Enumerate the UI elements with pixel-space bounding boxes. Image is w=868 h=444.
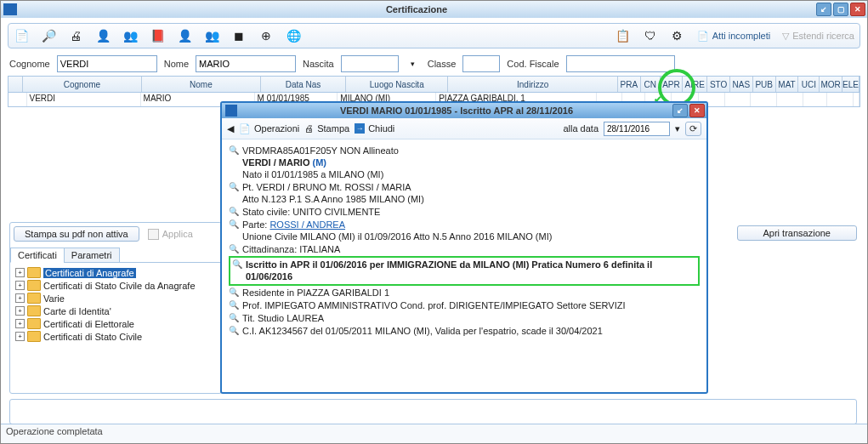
- operazioni-button[interactable]: 📄Operazioni: [239, 123, 299, 134]
- chiudi-button[interactable]: →Chiudi: [355, 123, 394, 134]
- user-1-icon[interactable]: 👤: [95, 28, 111, 43]
- stampa-button[interactable]: 🖨Stampa: [304, 123, 349, 134]
- estendi-ricerca-button[interactable]: ▽Estendi ricerca: [782, 31, 854, 42]
- label-nascita: Nascita: [303, 59, 334, 69]
- right-button-area: Apri transazione: [737, 225, 858, 241]
- atti-incompleti-button[interactable]: 📄Atti incompleti: [697, 31, 770, 42]
- main-toolbar: 📄 🔎 🖨 👤 👥 📕 👤 👥 ◼ ⊕ 🌐 📋 🛡 ⚙ 📄Atti incomp…: [8, 23, 860, 48]
- tree-item[interactable]: +Carte di Identita': [15, 305, 216, 317]
- label-nome: Nome: [164, 59, 189, 69]
- tree: +Certificati di Anagrafe +Certificati di…: [10, 263, 221, 346]
- user-3-icon[interactable]: 👤: [177, 28, 192, 43]
- input-codfisc[interactable]: [566, 55, 675, 72]
- tree-item[interactable]: +Varie: [15, 292, 216, 305]
- new-doc-icon[interactable]: 📄: [14, 28, 29, 43]
- magnifier-icon[interactable]: 🔍: [229, 325, 239, 337]
- user-4-icon[interactable]: 👥: [204, 28, 219, 43]
- modal-minimize-icon[interactable]: ↙: [672, 104, 688, 117]
- user-2-icon[interactable]: 👥: [122, 28, 138, 43]
- magnifier-icon[interactable]: 🔍: [229, 287, 239, 299]
- highlight-box: 🔍Iscritto in APR il 01/06/2016 per IMMIG…: [229, 256, 700, 286]
- shield-icon[interactable]: 🛡: [643, 28, 658, 43]
- input-nascita[interactable]: [341, 55, 399, 72]
- window-title: Certificazione: [17, 4, 816, 14]
- alla-data-label: alla data: [563, 123, 599, 134]
- detail-body: 🔍VRDMRA85A01F205Y NON AllineatoVERDI / M…: [222, 139, 706, 343]
- close-icon[interactable]: ✕: [850, 3, 865, 16]
- magnifier-icon[interactable]: 🔍: [229, 145, 239, 157]
- red-doc-icon[interactable]: 📕: [150, 28, 165, 43]
- magnifier-icon[interactable]: 🔍: [229, 219, 239, 231]
- alla-data-input[interactable]: [604, 122, 670, 136]
- minimize-icon[interactable]: ↙: [816, 3, 831, 16]
- blue-square-icon[interactable]: ◼: [231, 28, 247, 43]
- back-icon[interactable]: ◀: [227, 123, 234, 134]
- input-cognome[interactable]: [57, 55, 157, 72]
- tree-item[interactable]: +Certificati di Stato Civile da Anagrafe: [15, 279, 216, 292]
- refresh-icon[interactable]: ⟳: [685, 122, 701, 136]
- applica-checkbox[interactable]: Applica: [148, 229, 193, 240]
- tree-item[interactable]: +Certificati di Anagrafe: [15, 266, 216, 279]
- modal-app-icon: [225, 105, 237, 117]
- parte-link[interactable]: ROSSI / ANDREA: [269, 219, 345, 230]
- filter-row: Cognome Nome Nascita ▾ Classe Cod. Fisca…: [9, 55, 859, 72]
- plus-icon[interactable]: ⊕: [258, 28, 274, 43]
- apri-transazione-button[interactable]: Apri transazione: [737, 225, 858, 241]
- magnifier-icon[interactable]: 🔍: [229, 299, 239, 311]
- bottom-panel: [9, 399, 857, 424]
- magnifier-icon[interactable]: 🔍: [229, 181, 239, 193]
- date-dropdown-icon[interactable]: ▾: [406, 56, 421, 71]
- magnifier-icon[interactable]: 🔍: [232, 259, 242, 270]
- left-panel: Stampa su pdf non attiva Applica Certifi…: [9, 222, 222, 394]
- label-classe: Classe: [428, 59, 457, 69]
- tree-item[interactable]: +Certificati di Stato Civile: [15, 330, 216, 343]
- tab-certificati[interactable]: Certificati: [10, 248, 65, 263]
- sheet-icon[interactable]: 📋: [616, 28, 631, 43]
- magnifier-icon[interactable]: 🔍: [229, 312, 239, 324]
- tree-item[interactable]: +Certificati di Elettorale: [15, 317, 216, 330]
- app-icon: [3, 3, 17, 15]
- label-codfisc: Cod. Fiscale: [507, 59, 559, 69]
- binoculars-icon[interactable]: 🔎: [41, 28, 56, 43]
- stampa-pdf-button[interactable]: Stampa su pdf non attiva: [14, 226, 139, 242]
- label-cognome: Cognome: [9, 59, 50, 69]
- date-picker-icon[interactable]: ▾: [675, 123, 680, 134]
- window-titlebar: Certificazione ↙ ▢ ✕: [1, 1, 867, 18]
- modal-toolbar: ◀ 📄Operazioni 🖨Stampa →Chiudi alla data …: [222, 118, 706, 139]
- maximize-icon[interactable]: ▢: [833, 3, 848, 16]
- print-icon[interactable]: 🖨: [68, 28, 83, 43]
- input-classe[interactable]: [462, 55, 500, 72]
- grid-header: Cognome Nome Data Nas Luogo Nascita Indi…: [8, 76, 860, 93]
- modal-title: VERDI MARIO 01/01/1985 - Iscritto APR al…: [241, 105, 672, 116]
- globe-icon[interactable]: 🌐: [286, 28, 301, 43]
- gear-icon[interactable]: ⚙: [670, 28, 685, 43]
- modal-close-icon[interactable]: ✕: [689, 104, 705, 117]
- input-nome[interactable]: [196, 55, 296, 72]
- magnifier-icon[interactable]: 🔍: [229, 243, 239, 255]
- status-bar: Operazione completata: [1, 424, 867, 443]
- tab-parametri[interactable]: Parametri: [64, 248, 120, 263]
- detail-modal: VERDI MARIO 01/01/1985 - Iscritto APR al…: [220, 101, 708, 394]
- magnifier-icon[interactable]: 🔍: [229, 206, 239, 218]
